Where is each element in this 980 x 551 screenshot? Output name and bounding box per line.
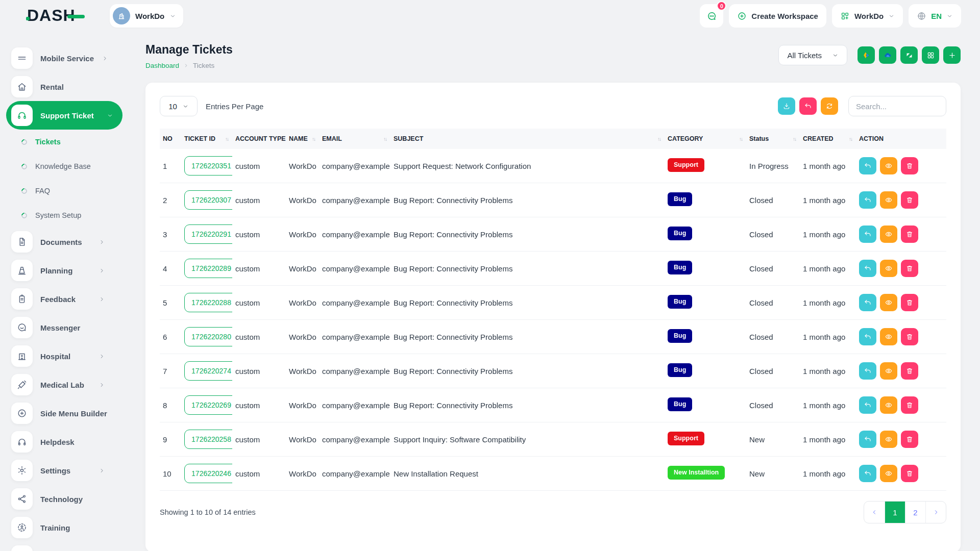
header-action-grid-view-button[interactable] [922,46,939,64]
column-subject[interactable]: SUBJECT↑↓ [390,129,665,149]
app-menu-button[interactable]: WorkDo [832,4,903,28]
header-action-onedrive-button[interactable] [879,46,896,64]
row-action-reply-button[interactable] [859,396,876,414]
undo-button[interactable] [799,97,817,115]
row-action-reply-button[interactable] [859,260,876,277]
ticket-id-button[interactable]: 1726220289 [184,259,232,278]
header-action-adsense-button[interactable] [857,46,875,64]
sidebar-item-helpdesk[interactable]: Helpdesk [0,428,118,456]
row-action-view-button[interactable] [880,260,897,277]
sort-icon[interactable]: ↑↓ [793,136,796,142]
app-logo[interactable]: DASH [27,6,85,25]
ticket-id-button[interactable]: 1726220246 [184,464,232,483]
row-action-reply-button[interactable] [859,328,876,345]
sort-icon[interactable]: ↑↓ [383,136,386,142]
sidebar-item-planning[interactable]: Planning [0,256,118,285]
sidebar-item-documents[interactable]: Documents [0,228,118,256]
sidebar-item-settings[interactable]: Settings [0,456,118,485]
reply-icon [864,367,872,375]
row-action-delete-button[interactable] [901,260,918,277]
row-action-view-button[interactable] [880,465,897,482]
column-ticket-id[interactable]: TICKET ID↑↓ [181,129,232,149]
row-action-reply-button[interactable] [859,191,876,209]
ticket-id-button[interactable]: 1726220288 [184,293,232,312]
sidebar-subitem-tickets[interactable]: Tickets [0,130,118,154]
row-action-reply-button[interactable] [859,431,876,448]
row-action-delete-button[interactable] [901,157,918,174]
column-account-type[interactable]: ACCOUNT TYPE↑↓ [232,129,286,149]
column-status[interactable]: Status↑↓ [746,129,800,149]
row-action-view-button[interactable] [880,431,897,448]
entries-per-page-select[interactable]: 10 [160,96,198,116]
sidebar-subitem-system-setup[interactable]: System Setup [0,203,118,228]
column-name[interactable]: NAME↑↓ [286,129,319,149]
row-action-delete-button[interactable] [901,431,918,448]
row-action-reply-button[interactable] [859,362,876,380]
row-action-view-button[interactable] [880,191,897,209]
row-action-delete-button[interactable] [901,226,918,243]
row-action-view-button[interactable] [880,226,897,243]
sidebar-item-training[interactable]: Training [0,513,118,542]
header-action-add-ticket-button[interactable] [943,46,961,64]
row-action-reply-button[interactable] [859,226,876,243]
row-action-view-button[interactable] [880,396,897,414]
row-action-view-button[interactable] [880,294,897,311]
export-button[interactable] [778,97,795,115]
row-action-reply-button[interactable] [859,465,876,482]
sidebar-item-side-menu-builder[interactable]: Side Menu Builder [0,399,118,428]
eye-icon [885,230,893,238]
sidebar-item-support-ticket[interactable]: Support Ticket [6,101,122,130]
sidebar-item-technology[interactable]: Technology [0,485,118,513]
sort-icon[interactable]: ↑↓ [739,136,742,142]
row-action-delete-button[interactable] [901,191,918,209]
create-workspace-button[interactable]: Create Workspace [729,4,826,28]
column-email[interactable]: EMAIL↑↓ [319,129,390,149]
ticket-id-button[interactable]: 1726220291 [184,224,232,244]
pagination-page-1[interactable]: 1 [885,502,905,523]
ticket-id-button[interactable]: 1726220258 [184,430,232,449]
ticket-filter-select[interactable]: All Tickets [778,45,847,65]
messages-button[interactable]: 0 [700,4,723,28]
row-action-view-button[interactable] [880,362,897,380]
sidebar-item-hospital[interactable]: Hospital [0,342,118,370]
sort-icon[interactable]: ↑↓ [225,136,228,142]
row-action-reply-button[interactable] [859,294,876,311]
actions-cell [856,183,946,217]
ticket-id-button[interactable]: 1726220351 [184,156,232,176]
language-button[interactable]: EN [909,4,961,28]
sort-icon[interactable]: ↑↓ [849,136,852,142]
row-action-delete-button[interactable] [901,328,918,345]
sort-icon[interactable]: ↑↓ [657,136,660,142]
row-action-delete-button[interactable] [901,396,918,414]
sidebar-subitem-knowledge-base[interactable]: Knowledge Base [0,154,118,179]
workspace-name: WorkDo [135,12,164,20]
sidebar-subitem-faq[interactable]: FAQ [0,179,118,203]
search-input[interactable] [848,96,946,116]
row-action-view-button[interactable] [880,157,897,174]
sidebar-item-mobile-service[interactable]: Mobile Service [0,44,118,72]
ticket-id-button[interactable]: 1726220274 [184,361,232,381]
row-action-delete-button[interactable] [901,362,918,380]
ticket-id-button[interactable]: 1726220269 [184,395,232,415]
sort-icon[interactable]: ↑↓ [312,136,315,142]
sort-icon[interactable]: ↑↓ [279,136,282,142]
sidebar-item-messenger[interactable]: Messenger [0,313,118,342]
pagination-page-2[interactable]: 2 [905,502,925,523]
row-action-reply-button[interactable] [859,157,876,174]
column-created[interactable]: CREATED↑↓ [800,129,856,149]
column-category[interactable]: CATEGORY↑↓ [665,129,746,149]
workspace-switcher[interactable]: WorkDo [110,4,183,28]
ticket-id-button[interactable]: 1726220307 [184,190,232,210]
row-action-delete-button[interactable] [901,465,918,482]
ticket-id-button[interactable]: 1726220280 [184,327,232,346]
breadcrumb-dashboard[interactable]: Dashboard [145,62,179,69]
row-action-view-button[interactable] [880,328,897,345]
refresh-button[interactable] [821,97,838,115]
header-action-zendesk-button[interactable] [900,46,918,64]
sidebar-item-medical-lab[interactable]: Medical Lab [0,370,118,399]
pagination-next-button[interactable] [925,502,946,523]
sidebar-item-rental[interactable]: Rental [0,72,118,101]
sidebar-item-feedback[interactable]: Feedback [0,285,118,313]
row-action-delete-button[interactable] [901,294,918,311]
pagination-prev-button[interactable] [864,502,885,523]
